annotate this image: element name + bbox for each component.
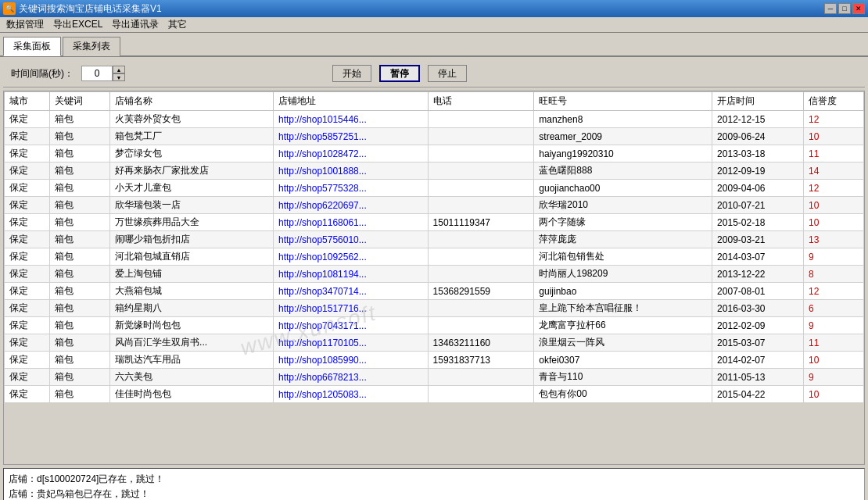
table-row[interactable]: 保定箱包佳佳时尚包包http://shop1205083...包包有你00201… (5, 386, 864, 403)
col-phone: 电话 (428, 92, 534, 111)
table-row[interactable]: 保定箱包新觉缘时尚包包http://shop7043171...龙鹰富亨拉杆66… (5, 317, 864, 334)
data-table: www.xunsoft 城市 关键词 店铺名称 店铺地址 电话 旺旺号 开店时间… (3, 91, 865, 465)
table-row[interactable]: 保定箱包箱约星期八http://shop1517716...皇上跪下给本宫唱征服… (5, 300, 864, 317)
window-controls: ─ □ ✕ (824, 3, 865, 14)
log-line: 店铺：d[s100020724]已存在，跳过！ (9, 472, 859, 487)
col-open-time: 开店时间 (712, 92, 804, 111)
time-label: 时间间隔(秒)： (11, 67, 74, 80)
col-city: 城市 (5, 92, 50, 111)
menu-export-contacts[interactable]: 导出通讯录 (107, 16, 163, 33)
time-spinner: ▲ ▼ (81, 66, 125, 81)
tab-collect-panel[interactable]: 采集面板 (3, 37, 61, 56)
maximize-button[interactable]: □ (838, 3, 851, 14)
minimize-button[interactable]: ─ (824, 3, 837, 14)
table-row[interactable]: 保定箱包六六美包http://shop6678213...青音与1102011-… (5, 369, 864, 386)
toolbar: 时间间隔(秒)： ▲ ▼ 开始 暂停 停止 (3, 60, 865, 88)
table-row[interactable]: 保定箱包河北箱包城直销店http://shop1092562...河北箱包销售处… (5, 248, 864, 266)
tab-collect-list[interactable]: 采集列表 (63, 37, 120, 56)
table-row[interactable]: 保定箱包箱包梵工厂http://shop5857251...streamer_2… (5, 128, 864, 145)
time-input[interactable] (81, 66, 113, 81)
table-row[interactable]: 保定箱包风尚百汇学生双肩书...http://shop1170105...134… (5, 334, 864, 352)
menu-data-management[interactable]: 数据管理 (2, 16, 48, 33)
close-button[interactable]: ✕ (852, 3, 865, 14)
col-keyword: 关键词 (50, 92, 110, 111)
table-row[interactable]: 保定箱包大燕箱包城http://shop3470714...1536829155… (5, 283, 864, 300)
table-row[interactable]: 保定箱包闹哪少箱包折扣店http://shop5756010...萍萍庞庞200… (5, 231, 864, 248)
title-bar: 🔍 关键词搜索淘宝店铺电话采集器V1 ─ □ ✕ (0, 0, 868, 17)
table-row[interactable]: 保定箱包万世缘殡葬用品大全http://shop1168061...150111… (5, 214, 864, 231)
app-icon: 🔍 (3, 2, 16, 15)
table-row[interactable]: 保定箱包好再来肠衣厂家批发店http://shop1001888...蓝色曙阳8… (5, 162, 864, 180)
spinner-down[interactable]: ▼ (113, 73, 125, 81)
table-row[interactable]: 保定箱包爱上淘包铺http://shop1081194...时尚丽人198209… (5, 266, 864, 283)
table-header-row: 城市 关键词 店铺名称 店铺地址 电话 旺旺号 开店时间 信誉度 (5, 92, 864, 111)
log-line: 店铺：贵妃鸟箱包已存在，跳过！ (9, 487, 859, 500)
menu-bar: 数据管理 导出EXCEL 导出通讯录 其它 (0, 17, 868, 33)
menu-other[interactable]: 其它 (163, 16, 192, 33)
main-content: 时间间隔(秒)： ▲ ▼ 开始 暂停 停止 www.xunsoft 城市 关键词… (0, 57, 868, 500)
table-row[interactable]: 保定箱包火芙蓉外贸女包http://shop1015446...manzhen8… (5, 111, 864, 128)
pause-button[interactable]: 暂停 (379, 65, 420, 82)
col-shop-url: 店铺地址 (274, 92, 429, 111)
col-wangwang: 旺旺号 (534, 92, 712, 111)
col-shop-name: 店铺名称 (110, 92, 274, 111)
table-row[interactable]: 保定箱包梦峦绿女包http://shop1028472...haiyang199… (5, 145, 864, 162)
window-title: 关键词搜索淘宝店铺电话采集器V1 (19, 2, 162, 16)
table-row[interactable]: 保定箱包小天才儿童包http://shop5775328...guojianch… (5, 180, 864, 197)
col-credit: 信誉度 (803, 92, 863, 111)
log-area: 店铺：d[s100020724]已存在，跳过！店铺：贵妃鸟箱包已存在，跳过！开始… (3, 468, 865, 500)
table-row[interactable]: 保定箱包欣华瑞包装一店http://shop6220697...欣华瑞20102… (5, 197, 864, 214)
tab-bar: 采集面板 采集列表 (0, 33, 868, 57)
menu-export-excel[interactable]: 导出EXCEL (48, 16, 107, 33)
stop-button[interactable]: 停止 (428, 65, 467, 82)
table-row[interactable]: 保定箱包瑞凯达汽车用品http://shop1085990...15931837… (5, 352, 864, 369)
spinner-up[interactable]: ▲ (113, 66, 125, 73)
start-button[interactable]: 开始 (332, 65, 371, 82)
